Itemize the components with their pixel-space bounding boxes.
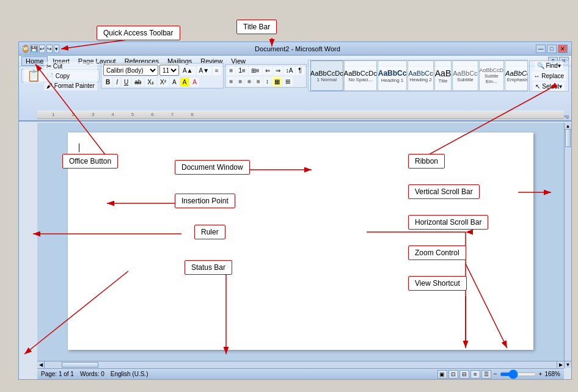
style-heading2[interactable]: AaBbCc Heading 2 xyxy=(408,60,433,91)
word-count: Words: 0 xyxy=(80,371,104,377)
clear-format-btn[interactable]: ≈ xyxy=(213,66,221,75)
text-effect-btn[interactable]: A xyxy=(170,78,179,87)
vertical-scrollbar[interactable]: ▲ ▼ xyxy=(564,123,571,368)
horizontal-scrollbar[interactable]: ◀ ▶ xyxy=(37,361,564,368)
zoom-level[interactable]: 168% xyxy=(544,371,560,377)
label-zoom-control: Zoom Control xyxy=(408,245,466,260)
label-title-bar: Title Bar xyxy=(236,20,277,34)
show-hide-btn[interactable]: ¶ xyxy=(296,66,304,75)
label-horizontal-scroll-bar: Horizontal Scroll Bar xyxy=(408,215,488,230)
label-ribbon: Ribbon xyxy=(408,154,445,169)
label-view-shortcut: View Shortcut xyxy=(408,276,467,291)
bold-btn[interactable]: B xyxy=(103,78,112,87)
minimize-button[interactable]: — xyxy=(536,45,546,53)
increase-font-btn[interactable]: A▲ xyxy=(180,66,196,75)
title-bar-text: Document2 - Microsoft Word xyxy=(59,45,536,53)
outdent-btn[interactable]: ⇐ xyxy=(263,66,273,75)
draft-btn[interactable]: ☰ xyxy=(481,370,491,379)
scroll-left-btn[interactable]: ◀ xyxy=(37,361,45,368)
title-bar: W 💾 ↩ ↪ ▾ Document2 - Microsoft Word — □… xyxy=(19,42,571,56)
style-subtitle[interactable]: AaBbCc Subtitle xyxy=(452,60,478,91)
underline-btn[interactable]: U xyxy=(122,78,131,87)
scroll-thumb-v[interactable] xyxy=(565,129,571,147)
justify-btn[interactable]: ≡ xyxy=(254,77,263,86)
bullets-btn[interactable]: ≡ xyxy=(227,66,236,75)
style-title[interactable]: AaB Title xyxy=(434,60,452,91)
paste-btn[interactable]: 📋 xyxy=(24,68,43,83)
align-center-btn[interactable]: ≡ xyxy=(236,77,244,86)
label-document-window: Document Window xyxy=(175,160,250,175)
word-window: W 💾 ↩ ↪ ▾ Document2 - Microsoft Word — □… xyxy=(18,42,572,380)
status-bar: Page: 1 of 1 Words: 0 English (U.S.) ▣ ⊡… xyxy=(37,368,564,379)
superscript-btn[interactable]: X² xyxy=(158,78,169,87)
styles-group: AaBbCcDc 1 Normal AaBbCcDc No Spaci... A… xyxy=(308,60,528,92)
close-button[interactable]: ✕ xyxy=(558,45,568,53)
view-shortcuts: ▣ ⊡ ⊟ ≡ ☰ xyxy=(437,370,491,379)
scroll-down-btn[interactable]: ▼ xyxy=(565,361,571,368)
replace-btn[interactable]: ↔ Replace xyxy=(532,71,566,81)
page-count: Page: 1 of 1 xyxy=(41,371,74,377)
web-layout-btn[interactable]: ⊟ xyxy=(459,370,469,379)
zoom-in-btn[interactable]: + xyxy=(539,371,543,377)
multilevel-btn[interactable]: ⊞≡ xyxy=(249,66,262,75)
zoom-slider[interactable] xyxy=(500,372,536,376)
sort-btn[interactable]: ↕A xyxy=(284,66,296,75)
ribbon-row1: 📋 ✂ Cut 📄 Copy 🖌 Format Painter Calibri … xyxy=(21,68,569,84)
label-quick-access-toolbar: Quick Access Toolbar xyxy=(97,26,180,40)
copy-btn[interactable]: 📄 Copy xyxy=(44,71,97,81)
ruler-horizontal: 12345678 xyxy=(37,111,564,119)
redo-qa-btn[interactable]: ↪ xyxy=(46,45,53,53)
zoom-out-btn[interactable]: − xyxy=(494,371,497,377)
label-insertion-point: Insertion Point xyxy=(175,194,235,208)
decrease-font-btn[interactable]: A▼ xyxy=(197,66,212,75)
font-color-btn[interactable]: A xyxy=(190,78,199,87)
find-btn[interactable]: 🔍 Find▾ xyxy=(535,61,563,70)
align-right-btn[interactable]: ≡ xyxy=(245,77,254,86)
style-subtle-em[interactable]: AoBbCcD Subtle Em... xyxy=(479,60,505,91)
format-painter-btn[interactable]: 🖌 Format Painter xyxy=(44,81,97,90)
style-no-spacing[interactable]: AaBbCcDc No Spaci... xyxy=(344,60,377,91)
paragraph-group: ≡ 1≡ ⊞≡ ⇐ ⇒ ↕A ¶ ≡ ≡ ≡ ≡ ↕ ▦ ⊞ xyxy=(225,64,307,88)
insertion-point-cursor xyxy=(79,143,79,152)
label-vertical-scroll-bar: Vertical Scroll Bar xyxy=(408,184,480,199)
font-group: Calibri (Body) 11 A▲ A▼ ≈ B I U ab X₂ X² xyxy=(101,63,224,89)
maximize-button[interactable]: □ xyxy=(547,45,557,53)
borders-btn[interactable]: ⊞ xyxy=(283,77,293,86)
status-right: ▣ ⊡ ⊟ ≡ ☰ − + 168% xyxy=(437,370,560,379)
shading-btn[interactable]: ▦ xyxy=(272,77,282,86)
dropdown-qa-btn[interactable]: ▾ xyxy=(54,45,59,53)
editing-group: 🔍 Find▾ ↔ Replace ↖ Select▾ xyxy=(529,60,569,92)
status-left: Page: 1 of 1 Words: 0 English (U.S.) xyxy=(41,371,148,377)
font-size-select[interactable]: 11 xyxy=(159,65,179,76)
highlight-btn[interactable]: A xyxy=(180,78,189,87)
style-normal[interactable]: AaBbCcDc 1 Normal xyxy=(310,60,343,91)
font-name-select[interactable]: Calibri (Body) xyxy=(103,65,158,76)
scroll-thumb-h[interactable] xyxy=(62,362,98,368)
cut-btn[interactable]: ✂ Cut xyxy=(44,62,97,71)
save-qa-btn[interactable]: 💾 xyxy=(30,45,38,53)
subscript-btn[interactable]: X₂ xyxy=(145,78,156,87)
undo-qa-btn[interactable]: ↩ xyxy=(39,45,45,53)
label-office-button: Office Button xyxy=(62,154,118,169)
clipboard-group: 📋 ✂ Cut 📄 Copy 🖌 Format Painter xyxy=(21,69,100,82)
document-page[interactable] xyxy=(68,132,533,350)
numbering-btn[interactable]: 1≡ xyxy=(236,66,247,75)
window-controls: — □ ✕ xyxy=(536,45,568,53)
italic-btn[interactable]: I xyxy=(114,78,120,87)
outline-btn[interactable]: ≡ xyxy=(470,370,480,379)
word-icon[interactable]: W xyxy=(23,45,29,53)
label-status-bar: Status Bar xyxy=(185,260,232,275)
style-heading1[interactable]: AaBbCc Heading 1 xyxy=(378,60,408,91)
select-btn[interactable]: ↖ Select▾ xyxy=(533,82,565,91)
ruler-marks: 12345678 xyxy=(52,112,194,117)
full-screen-btn[interactable]: ⊡ xyxy=(448,370,458,379)
scroll-right-btn[interactable]: ▶ xyxy=(557,361,564,368)
label-ruler: Ruler xyxy=(194,225,225,239)
strikethrough-btn[interactable]: ab xyxy=(132,78,144,87)
language-btn[interactable]: English (U.S.) xyxy=(111,371,148,377)
print-layout-btn[interactable]: ▣ xyxy=(437,370,447,379)
align-left-btn[interactable]: ≡ xyxy=(227,77,236,86)
indent-btn[interactable]: ⇒ xyxy=(273,66,283,75)
line-spacing-btn[interactable]: ↕ xyxy=(263,77,271,86)
style-emphasis[interactable]: AaBbCc Emphasis xyxy=(505,60,527,91)
